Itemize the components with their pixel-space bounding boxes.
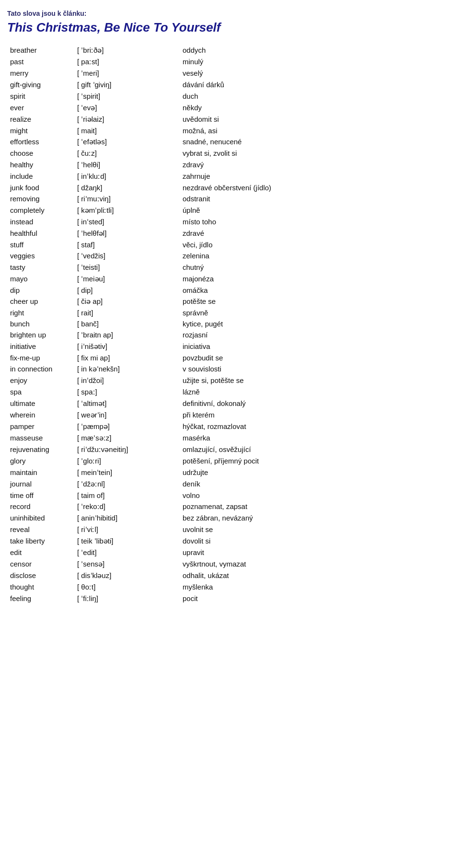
table-row: spirit[ ˈspirit]duch	[7, 91, 453, 102]
word-cell: gift-giving	[7, 79, 74, 91]
translation-cell: uvolnit se	[180, 524, 453, 535]
word-cell: reveal	[7, 524, 74, 535]
phonetic-cell: [ banč]	[74, 318, 180, 329]
phonetic-cell: [ ˈteisti]	[74, 262, 180, 273]
word-cell: wherein	[7, 409, 74, 421]
word-cell: completely	[7, 205, 74, 216]
translation-cell: iniciativa	[180, 341, 453, 352]
table-row: take liberty[ teik ˈlibəti]dovolit si	[7, 535, 453, 547]
phonetic-cell: [ ˈhelθfəl]	[74, 228, 180, 239]
word-cell: breather	[7, 45, 74, 56]
phonetic-cell: [ ˈbriːðə]	[74, 45, 180, 56]
subtitle: Tato slova jsou k článku:	[7, 10, 453, 17]
phonetic-cell: [ aninˈhibitid]	[74, 512, 180, 524]
translation-cell: poznamenat, zapsat	[180, 501, 453, 512]
table-row: healthy[ ˈhelθi]zdravý	[7, 159, 453, 171]
phonetic-cell: [ rait]	[74, 307, 180, 318]
phonetic-cell: [ weərˈin]	[74, 409, 180, 421]
translation-cell: uvědomit si	[180, 114, 453, 125]
table-row: right[ rait]správně	[7, 307, 453, 318]
translation-cell: místo toho	[180, 216, 453, 228]
word-cell: ever	[7, 102, 74, 114]
word-cell: spirit	[7, 91, 74, 102]
translation-cell: odhalit, ukázat	[180, 570, 453, 581]
translation-cell: rozjasní	[180, 329, 453, 341]
word-cell: bunch	[7, 318, 74, 329]
translation-cell: odstranit	[180, 193, 453, 205]
word-cell: uninhibited	[7, 512, 74, 524]
word-cell: edit	[7, 547, 74, 558]
translation-cell: v souvislosti	[180, 363, 453, 375]
translation-cell: kytice, pugét	[180, 318, 453, 329]
translation-cell: omlazující, osvěžující	[180, 444, 453, 455]
table-row: fix-me-up[ fix mi ap]povzbudit se	[7, 352, 453, 363]
phonetic-cell: [ riˈmuːviŋ]	[74, 193, 180, 205]
phonetic-cell: [ staf]	[74, 239, 180, 250]
table-row: stuff[ staf]věci, jídlo	[7, 239, 453, 250]
phonetic-cell: [ iˈnišətiv]	[74, 341, 180, 352]
table-row: junk food[ džaŋk]nezdravé občerstvení (j…	[7, 182, 453, 193]
translation-cell: omáčka	[180, 285, 453, 296]
table-row: censor[ ˈsensə]vyškrtnout, vymazat	[7, 558, 453, 570]
phonetic-cell: [ ˈdžəːnl]	[74, 478, 180, 490]
phonetic-cell: [ dip]	[74, 285, 180, 296]
phonetic-cell: [ ˈsensə]	[74, 558, 180, 570]
phonetic-cell: [ džaŋk]	[74, 182, 180, 193]
word-cell: rejuvenating	[7, 444, 74, 455]
table-row: rejuvenating[ riˈdžuːvəneitiŋ]omlazující…	[7, 444, 453, 455]
table-row: ever[ ˈevə]někdy	[7, 102, 453, 114]
table-row: disclose[ disˈkləuz]odhalit, ukázat	[7, 570, 453, 581]
word-cell: maintain	[7, 467, 74, 478]
table-row: time off[ taim of]volno	[7, 490, 453, 501]
word-cell: journal	[7, 478, 74, 490]
table-row: maintain[ meinˈtein]udržujte	[7, 467, 453, 478]
word-cell: ultimate	[7, 398, 74, 409]
word-cell: dip	[7, 285, 74, 296]
phonetic-cell: [ meinˈtein]	[74, 467, 180, 478]
word-cell: junk food	[7, 182, 74, 193]
word-cell: spa	[7, 386, 74, 398]
word-cell: censor	[7, 558, 74, 570]
word-cell: masseuse	[7, 432, 74, 444]
translation-cell: zelenina	[180, 250, 453, 262]
translation-cell: vybrat si, zvolit si	[180, 148, 453, 159]
table-row: completely[ kəmˈpliːtli]úplně	[7, 205, 453, 216]
phonetic-cell: [ čiə ap]	[74, 296, 180, 307]
word-cell: pamper	[7, 421, 74, 432]
phonetic-cell: [ ˈaltimət]	[74, 398, 180, 409]
table-row: uninhibited[ aninˈhibitid]bez zábran, ne…	[7, 512, 453, 524]
table-row: choose[ čuːz]vybrat si, zvolit si	[7, 148, 453, 159]
word-cell: instead	[7, 216, 74, 228]
word-cell: cheer up	[7, 296, 74, 307]
table-row: mayo[ ˈmeiəu]majonéza	[7, 273, 453, 285]
translation-cell: povzbudit se	[180, 352, 453, 363]
word-cell: healthful	[7, 228, 74, 239]
translation-cell: masérka	[180, 432, 453, 444]
phonetic-cell: [ inˈdžoi]	[74, 375, 180, 386]
word-cell: take liberty	[7, 535, 74, 547]
phonetic-cell: [ ˈmeri]	[74, 68, 180, 79]
phonetic-cell: [ mait]	[74, 125, 180, 136]
word-cell: disclose	[7, 570, 74, 581]
translation-cell: zdravý	[180, 159, 453, 171]
table-row: realize[ ˈriəlaiz]uvědomit si	[7, 114, 453, 125]
table-row: edit[ ˈedit]upravit	[7, 547, 453, 558]
table-row: cheer up[ čiə ap]potěšte se	[7, 296, 453, 307]
table-row: past[ paːst]minulý	[7, 56, 453, 68]
table-row: enjoy[ inˈdžoi]užijte si, potěšte se	[7, 375, 453, 386]
translation-cell: při kterém	[180, 409, 453, 421]
word-cell: right	[7, 307, 74, 318]
word-cell: past	[7, 56, 74, 68]
vocab-table: breather[ ˈbriːðə]oddychpast[ paːst]minu…	[7, 45, 453, 604]
table-row: include[ inˈkluːd]zahrnuje	[7, 171, 453, 182]
word-cell: mayo	[7, 273, 74, 285]
phonetic-cell: [ disˈkləuz]	[74, 570, 180, 581]
table-row: brighten up[ ˈbraitn ap]rozjasní	[7, 329, 453, 341]
table-row: gift-giving[ gift ˈgiviŋ]dávání dárků	[7, 79, 453, 91]
translation-cell: volno	[180, 490, 453, 501]
table-row: pamper[ ˈpæmpə]hýčkat, rozmazlovat	[7, 421, 453, 432]
table-row: spa[ spaː]lázně	[7, 386, 453, 398]
word-cell: tasty	[7, 262, 74, 273]
translation-cell: zahrnuje	[180, 171, 453, 182]
table-row: thought[ θoːt]myšlenka	[7, 581, 453, 593]
